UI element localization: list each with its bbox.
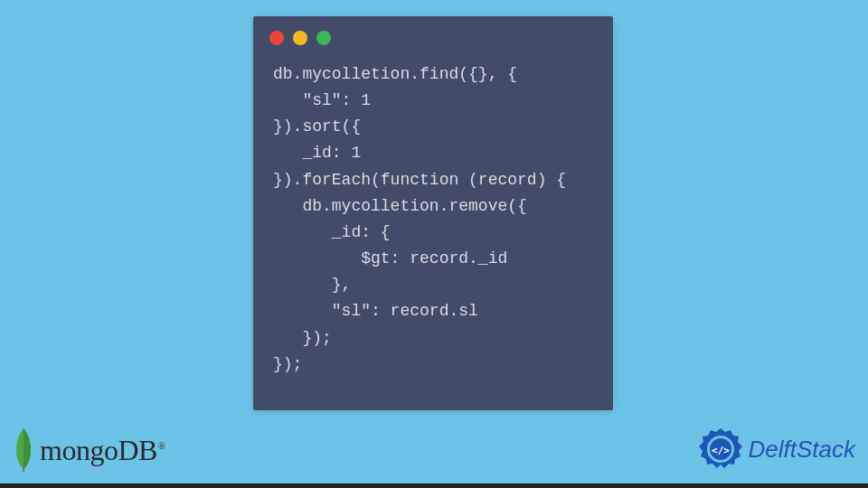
delftstack-logo: </> DelftStack [698, 427, 856, 472]
svg-text:</>: </> [712, 445, 730, 456]
svg-rect-0 [23, 468, 24, 472]
mongodb-logo: mongoDB® [11, 427, 165, 474]
minimize-icon [293, 31, 307, 45]
delftstack-text: DelftStack [749, 436, 856, 464]
code-block: db.mycolletion.find({}, { "sl": 1 }).sor… [253, 54, 613, 385]
window-controls [253, 16, 613, 54]
maximize-icon [316, 31, 331, 45]
close-icon [269, 31, 284, 45]
mongodb-leaf-icon [11, 427, 36, 474]
code-window: db.mycolletion.find({}, { "sl": 1 }).sor… [253, 16, 613, 410]
bottom-border [0, 483, 868, 488]
mongodb-text: mongoDB® [40, 434, 165, 467]
delftstack-gear-icon: </> [698, 427, 743, 472]
